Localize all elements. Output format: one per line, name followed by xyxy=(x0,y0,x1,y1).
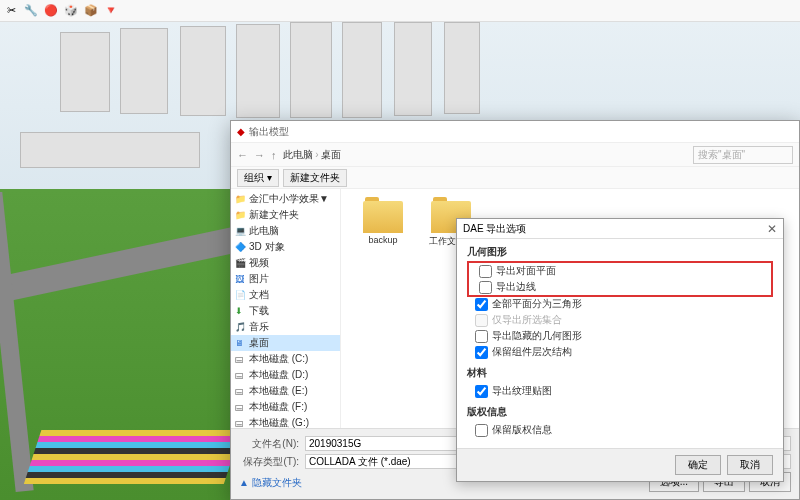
tree-item-icon: 🖼 xyxy=(235,274,246,285)
tree-item-icon: 🔷 xyxy=(235,242,246,253)
opt-preserve-copyright[interactable]: 保留版权信息 xyxy=(467,422,773,438)
opt-export-edges[interactable]: 导出边线 xyxy=(471,279,769,295)
group-geometry-title: 几何图形 xyxy=(467,245,773,259)
tree-item[interactable]: 🖴本地磁盘 (D:) xyxy=(231,367,340,383)
tree-item[interactable]: 🔷3D 对象 xyxy=(231,239,340,255)
tree-item-icon: 🖴 xyxy=(235,418,246,429)
tree-item-label: 3D 对象 xyxy=(249,240,285,254)
close-icon[interactable]: ✕ xyxy=(767,222,777,236)
cut-icon[interactable]: ✂ xyxy=(4,4,18,18)
folder-item[interactable]: backup xyxy=(353,201,413,245)
tree-item-icon: 🎬 xyxy=(235,258,246,269)
filetype-label: 保存类型(T): xyxy=(239,455,299,469)
tree-item-icon: 🖴 xyxy=(235,386,246,397)
tree-item[interactable]: 📄文档 xyxy=(231,287,340,303)
tree-item[interactable]: 🖴本地磁盘 (E:) xyxy=(231,383,340,399)
tree-item[interactable]: 🖥桌面 xyxy=(231,335,340,351)
tree-item-label: 金汇中小学效果▼ xyxy=(249,192,329,206)
tree-item-label: 下载 xyxy=(249,304,269,318)
tree-item-label: 音乐 xyxy=(249,320,269,334)
tree-item-icon: 🖴 xyxy=(235,402,246,413)
highlight-box: 导出对面平面 导出边线 xyxy=(467,261,773,297)
tree-item[interactable]: 🎬视频 xyxy=(231,255,340,271)
red-circle-icon[interactable]: 🔴 xyxy=(44,4,58,18)
tree-item[interactable]: 📁金汇中小学效果▼ xyxy=(231,191,340,207)
dialog-title: 输出模型 xyxy=(249,125,289,139)
dice-icon[interactable]: 🎲 xyxy=(64,4,78,18)
app-icon: ◆ xyxy=(237,126,245,137)
options-title: DAE 导出选项 xyxy=(463,222,526,236)
box-icon[interactable]: 📦 xyxy=(84,4,98,18)
nav-up-icon[interactable]: ↑ xyxy=(271,149,277,161)
nav-bar: ← → ↑ 此电脑 › 桌面 搜索"桌面" xyxy=(231,143,799,167)
tree-item-icon: 📄 xyxy=(235,290,246,301)
opt-triangulate[interactable]: 全部平面分为三角形 xyxy=(467,296,773,312)
organize-button[interactable]: 组织 ▾ xyxy=(237,169,279,187)
tree-item-label: 视频 xyxy=(249,256,269,270)
tree-item-label: 新建文件夹 xyxy=(249,208,299,222)
tree-item[interactable]: 🖴本地磁盘 (G:) xyxy=(231,415,340,428)
tree-item-icon: 🖥 xyxy=(235,338,246,349)
opt-hidden-geom[interactable]: 导出隐藏的几何图形 xyxy=(467,328,773,344)
search-input[interactable]: 搜索"桌面" xyxy=(693,146,793,164)
tree-item[interactable]: ⬇下载 xyxy=(231,303,340,319)
nav-fwd-icon[interactable]: → xyxy=(254,149,265,161)
filename-label: 文件名(N): xyxy=(239,437,299,451)
opt-preserve-hierarchy[interactable]: 保留组件层次结构 xyxy=(467,344,773,360)
app-toolbar: ✂ 🔧 🔴 🎲 📦 🔻 xyxy=(0,0,800,22)
breadcrumb[interactable]: 此电脑 › 桌面 xyxy=(283,148,342,162)
dialog-titlebar[interactable]: ◆ 输出模型 xyxy=(231,121,799,143)
tree-item-icon: 🎵 xyxy=(235,322,246,333)
tree-item-label: 文档 xyxy=(249,288,269,302)
tree-item-label: 图片 xyxy=(249,272,269,286)
tree-item-icon: 📁 xyxy=(235,194,246,205)
dae-options-dialog: DAE 导出选项 ✕ 几何图形 导出对面平面 导出边线 全部平面分为三角形 仅导… xyxy=(456,218,784,482)
tree-item[interactable]: 📁新建文件夹 xyxy=(231,207,340,223)
tree-item[interactable]: 🖼图片 xyxy=(231,271,340,287)
group-material-title: 材料 xyxy=(467,366,773,380)
opt-export-two-faces[interactable]: 导出对面平面 xyxy=(471,263,769,279)
red-tri-icon[interactable]: 🔻 xyxy=(104,4,118,18)
group-copyright-title: 版权信息 xyxy=(467,405,773,419)
tree-item-label: 本地磁盘 (C:) xyxy=(249,352,308,366)
tree-item-icon: ⬇ xyxy=(235,306,246,317)
tree-item-label: 本地磁盘 (E:) xyxy=(249,384,308,398)
tree-item[interactable]: 💻此电脑 xyxy=(231,223,340,239)
folder-icon xyxy=(363,201,403,233)
nav-back-icon[interactable]: ← xyxy=(237,149,248,161)
tree-item[interactable]: 🎵音乐 xyxy=(231,319,340,335)
options-ok-button[interactable]: 确定 xyxy=(675,455,721,475)
tree-item-label: 此电脑 xyxy=(249,224,279,238)
opt-export-textures[interactable]: 导出纹理贴图 xyxy=(467,383,773,399)
options-cancel-button[interactable]: 取消 xyxy=(727,455,773,475)
new-folder-button[interactable]: 新建文件夹 xyxy=(283,169,347,187)
tree-item[interactable]: 🖴本地磁盘 (C:) xyxy=(231,351,340,367)
tree-item-icon: 🖴 xyxy=(235,354,246,365)
folder-label: backup xyxy=(353,235,413,245)
tree-item-label: 本地磁盘 (G:) xyxy=(249,416,309,428)
tree-item-label: 本地磁盘 (F:) xyxy=(249,400,307,414)
folder-tree[interactable]: 📁金汇中小学效果▼📁新建文件夹💻此电脑🔷3D 对象🎬视频🖼图片📄文档⬇下载🎵音乐… xyxy=(231,189,341,428)
hide-folders-link[interactable]: ▲ 隐藏文件夹 xyxy=(239,476,302,490)
tree-item-icon: 💻 xyxy=(235,226,246,237)
tree-item-label: 本地磁盘 (D:) xyxy=(249,368,308,382)
tree-item-icon: 🖴 xyxy=(235,370,246,381)
opt-selection-only: 仅导出所选集合 xyxy=(467,312,773,328)
tree-item-icon: 📁 xyxy=(235,210,246,221)
tree-item-label: 桌面 xyxy=(249,336,269,350)
tree-item[interactable]: 🖴本地磁盘 (F:) xyxy=(231,399,340,415)
options-titlebar[interactable]: DAE 导出选项 ✕ xyxy=(457,219,783,239)
wrench-icon[interactable]: 🔧 xyxy=(24,4,38,18)
dialog-toolbar: 组织 ▾ 新建文件夹 xyxy=(231,167,799,189)
